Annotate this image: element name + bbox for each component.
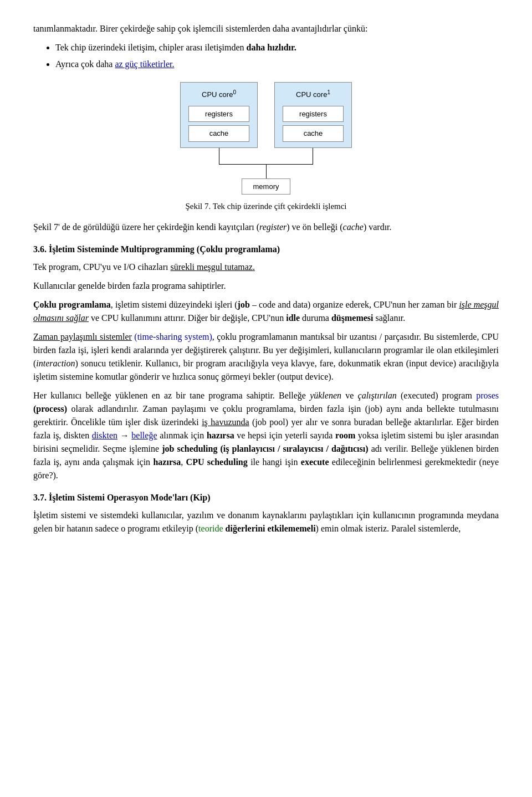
memory-box: memory	[242, 178, 291, 195]
page-content: tanımlanmaktadır. Birer çekirdeğe sahip …	[33, 22, 499, 535]
digerlerini-bold: diğerlerini	[226, 524, 265, 533]
h-line-row	[180, 148, 352, 165]
diskten-link: diskten	[92, 431, 117, 440]
para-36-2: Kullanıcılar genelde birden fazla progra…	[33, 279, 499, 293]
time-sharing-system: (time-sharing system)	[134, 332, 212, 341]
cpu-scheduling-bold: CPU scheduling	[186, 457, 248, 467]
arrow-symbol: →	[120, 431, 129, 440]
cpu-diagram: CPU core0 registers cache CPU core1 regi…	[161, 82, 371, 195]
yuklenen-italic: yüklenen	[310, 391, 341, 400]
teoride-green: teoride	[198, 524, 223, 533]
section-36-heading: 3.6. İşletim Sisteminde Multiprogramming…	[33, 243, 499, 256]
intro-paragraph: tanımlanmaktadır. Birer çekirdeğe sahip …	[33, 22, 499, 35]
is-havuzu-ul: iş havuzunda	[202, 417, 249, 427]
interaction-term: interaction	[36, 359, 75, 368]
proses-blue: proses	[476, 391, 499, 400]
cache-term: cache	[343, 222, 364, 232]
para-36-1: Tek program, CPU'yu ve I/O cihazları sür…	[33, 260, 499, 274]
para-36-5: Her kullanıcı belleğe yüklenen en az bir…	[33, 389, 499, 482]
v-line-left	[219, 148, 219, 165]
bullet1-bold: daha hızlıdır.	[247, 43, 296, 52]
connector-area	[180, 148, 352, 165]
belleye-link: belleğe	[131, 431, 157, 440]
v-line-center	[266, 165, 267, 178]
cpu-core-0-title: CPU core0	[202, 88, 236, 100]
figure-desc: Şekil 7' de de görüldüğü üzere her çekir…	[33, 221, 499, 234]
calistirilan-italic: çalıştırılan	[358, 391, 397, 400]
para-37: İşletim sistemi ve sistemdeki kullanıcıl…	[33, 509, 499, 535]
cache-box-0: cache	[188, 125, 249, 142]
figure-caption: Şekil 7. Tek chip üzerinde çift çekirdek…	[33, 200, 499, 213]
room-bold: room	[335, 431, 355, 440]
zaman-paylasimli: Zaman paylaşımlı sistemler	[33, 332, 132, 341]
execute-bold: execute	[301, 457, 329, 467]
registers-box-0: registers	[188, 106, 249, 122]
hazirsa-bold1: hazırsa	[207, 431, 234, 440]
job-bold: job	[238, 300, 250, 309]
h-line	[219, 164, 313, 165]
v-line-right	[313, 148, 313, 165]
job-scheduling-paren: (iş planlayıcısı / sıralayıcısı / dağıtı…	[220, 444, 368, 453]
power-link[interactable]: az güç tüketirler.	[115, 59, 174, 69]
bullet-item-1: Tek chip üzerindeki iletişim, chipler ar…	[55, 41, 499, 54]
process-paren: (process)	[33, 404, 67, 413]
cpu-core-1: CPU core1 registers cache	[274, 82, 352, 148]
dusmemesi-bold: düşmemesi	[331, 313, 374, 323]
job-scheduling-bold: job scheduling	[162, 444, 217, 453]
section-37-heading: 3.7. İşletim Sistemi Operasyon Mode'ları…	[33, 491, 499, 504]
hazirsa-bold2: hazırsa	[153, 457, 181, 467]
registers-box-1: registers	[283, 106, 344, 122]
cpu-core-1-title: CPU core1	[296, 88, 330, 100]
para-36-3: Çoklu programlama, işletim sistemi düzey…	[33, 298, 499, 325]
cpu-cores-row: CPU core0 registers cache CPU core1 regi…	[180, 82, 352, 148]
bullet-list: Tek chip üzerindeki iletişim, chipler ar…	[55, 41, 499, 71]
coklu-programlama-bold: Çoklu programlama	[33, 300, 111, 309]
surekli-mesgul: sürekli meşgul tutamaz.	[170, 262, 254, 272]
cpu-core-0: CPU core0 registers cache	[180, 82, 258, 148]
idle-bold: idle	[286, 313, 300, 323]
register-term: register	[259, 222, 287, 232]
bullet-item-2: Ayrıca çok daha az güç tüketirler.	[55, 58, 499, 71]
cache-box-1: cache	[283, 125, 344, 142]
etkilememeli-bold: etkilememeli	[268, 524, 316, 533]
para-36-4: Zaman paylaşımlı sistemler (time-sharing…	[33, 330, 499, 384]
